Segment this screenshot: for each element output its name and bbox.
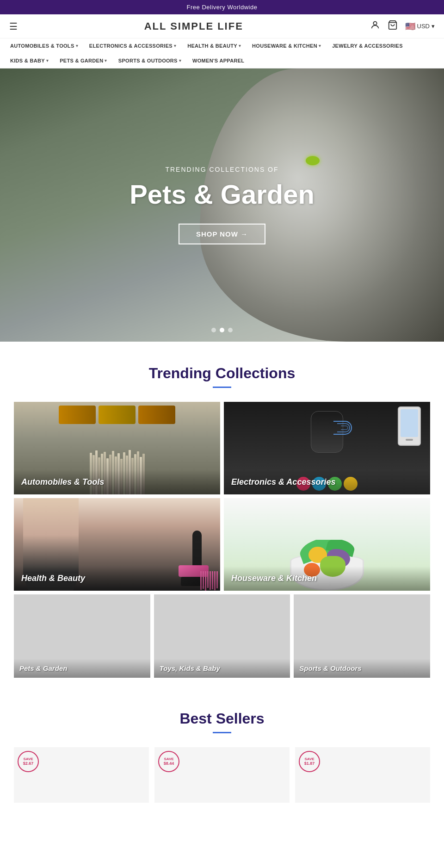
auto-label: Automobiles & Tools <box>14 470 220 494</box>
save-badge-pos-3: SAVE $1.87 <box>299 751 320 772</box>
currency-selector[interactable]: 🇺🇸 USD ▾ <box>405 21 435 31</box>
collection-card-toys[interactable]: Toys, Kids & Baby <box>154 594 290 678</box>
product-card-3[interactable]: SAVE $1.87 <box>295 747 430 803</box>
nav-pets[interactable]: PETS & GARDEN ▾ <box>54 53 113 68</box>
hero-content: TRENDING COLLECTIONS OF Pets & Garden SH… <box>130 166 314 244</box>
trending-divider <box>213 387 231 388</box>
nav-electronics[interactable]: ELECTRONICS & ACCESSORIES ▾ <box>84 38 182 53</box>
nav-houseware[interactable]: HOUSEWARE & KITCHEN ▾ <box>247 38 327 53</box>
currency-label: USD <box>417 23 430 30</box>
save-badge-pos-2: SAVE $8.44 <box>158 751 179 772</box>
svg-point-0 <box>373 22 376 25</box>
nav-row-1: AUTOMOBILES & TOOLS ▾ ELECTRONICS & ACCE… <box>5 38 439 53</box>
pets-label: Pets & Garden <box>14 659 150 678</box>
health-label: Health & Beauty <box>14 566 220 591</box>
currency-arrow: ▾ <box>432 23 435 30</box>
hero-dot-3[interactable] <box>228 328 233 332</box>
nav-houseware-arrow: ▾ <box>319 44 321 48</box>
collection-grid-bottom: Pets & Garden Toys, Kids & Baby Sports &… <box>9 594 435 678</box>
best-sellers-section: Best Sellers SAVE $2.67 SAVE $8.44 <box>0 692 444 812</box>
nav-pets-arrow: ▾ <box>105 58 107 63</box>
nav-jewelry[interactable]: JEWELRY & ACCESSORIES <box>327 38 408 53</box>
cart-icon[interactable] <box>388 20 398 32</box>
hero-dot-1[interactable] <box>211 328 216 332</box>
product-card-2[interactable]: SAVE $8.44 <box>154 747 290 803</box>
trending-heading: Trending Collections <box>9 365 435 382</box>
nav-sports-arrow: ▾ <box>179 58 181 63</box>
banner-text: Free Delivery Worldwide <box>187 4 258 11</box>
site-logo[interactable]: ALL SIMPLE LIFE <box>144 20 243 32</box>
save-amount-3: $1.87 <box>304 761 315 766</box>
top-banner: Free Delivery Worldwide <box>0 0 444 14</box>
flag-icon: 🇺🇸 <box>405 21 415 31</box>
hamburger-icon[interactable]: ☰ <box>9 21 18 32</box>
house-label: Houseware & Kitchen <box>224 566 430 591</box>
hero-dot-2[interactable] <box>220 328 224 332</box>
save-label-3: SAVE <box>304 757 314 762</box>
nav-sports[interactable]: SPORTS & OUTDOORS ▾ <box>113 53 187 68</box>
elec-label: Electronics & Accessories <box>224 470 430 494</box>
products-row: SAVE $2.67 SAVE $8.44 SAVE $1.87 <box>9 747 435 803</box>
save-badge-3: SAVE $1.87 <box>299 751 320 772</box>
hero-section: TRENDING COLLECTIONS OF Pets & Garden SH… <box>0 69 444 342</box>
header-icons: 🇺🇸 USD ▾ <box>370 20 435 32</box>
hero-dots <box>211 328 233 332</box>
save-badge-1: SAVE $2.67 <box>18 751 39 772</box>
nav-row-2: KIDS & BABY ▾ PETS & GARDEN ▾ SPORTS & O… <box>5 53 439 68</box>
save-amount-2: $8.44 <box>164 761 174 766</box>
save-label-2: SAVE <box>164 757 173 762</box>
toys-label: Toys, Kids & Baby <box>154 659 290 678</box>
collection-card-house[interactable]: Houseware & Kitchen <box>224 498 430 591</box>
hero-subtitle: TRENDING COLLECTIONS OF <box>130 166 314 173</box>
best-sellers-heading: Best Sellers <box>9 710 435 727</box>
save-badge-2: SAVE $8.44 <box>158 751 179 772</box>
nav-electronics-arrow: ▾ <box>174 44 176 48</box>
collection-card-sports[interactable]: Sports & Outdoors <box>294 594 430 678</box>
product-card-1[interactable]: SAVE $2.67 <box>14 747 149 803</box>
nav-womens[interactable]: WOMEN'S APPAREL <box>187 53 250 68</box>
nav-automobiles[interactable]: AUTOMOBILES & TOOLS ▾ <box>5 38 84 53</box>
trending-section: Trending Collections <box>0 342 444 692</box>
sports-label: Sports & Outdoors <box>294 659 430 678</box>
hero-shop-now-button[interactable]: SHOP NOW → <box>179 224 265 244</box>
collection-card-health[interactable]: Health & Beauty <box>14 498 220 591</box>
best-sellers-divider <box>213 732 231 733</box>
collection-card-auto[interactable]: Automobiles & Tools <box>14 402 220 494</box>
nav-kids[interactable]: KIDS & BABY ▾ <box>5 53 54 68</box>
save-badge-pos-1: SAVE $2.67 <box>18 751 39 772</box>
hero-title: Pets & Garden <box>130 179 314 210</box>
account-icon[interactable] <box>370 20 380 32</box>
collection-card-elec[interactable]: Electronics & Accessories <box>224 402 430 494</box>
nav-automobiles-arrow: ▾ <box>76 44 78 48</box>
collection-card-pets[interactable]: Pets & Garden <box>14 594 150 678</box>
collection-grid-top: Automobiles & Tools <box>9 402 435 591</box>
nav-health[interactable]: HEALTH & BEAUTY ▾ <box>182 38 247 53</box>
main-nav: AUTOMOBILES & TOOLS ▾ ELECTRONICS & ACCE… <box>0 38 444 69</box>
header: ☰ ALL SIMPLE LIFE 🇺🇸 USD ▾ <box>0 14 444 38</box>
nav-kids-arrow: ▾ <box>46 58 49 63</box>
save-label-1: SAVE <box>23 757 33 762</box>
nav-health-arrow: ▾ <box>239 44 241 48</box>
save-amount-1: $2.67 <box>23 761 34 766</box>
